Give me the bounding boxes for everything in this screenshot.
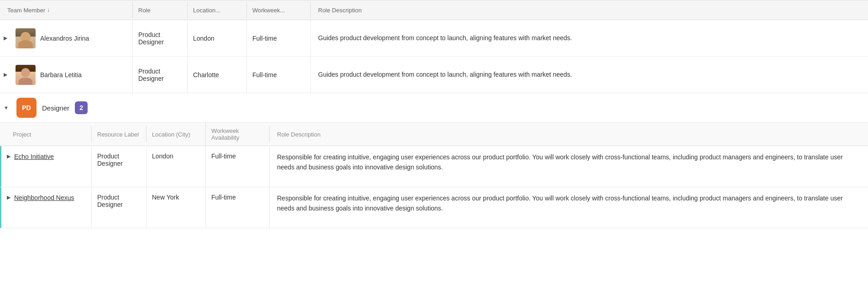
role-cell: Product Designer [132, 57, 187, 93]
workweek-cell: Full-time [246, 20, 310, 56]
sub-location-cell: London [146, 146, 205, 187]
sub-resource-value: Product Designer [97, 194, 141, 208]
member-name: Alexandros Jirina [40, 35, 89, 42]
sub-resource-cell: Product Designer [91, 187, 146, 228]
sub-workweek-cell: Full-time [205, 146, 269, 187]
member-cell: ▶ Barbara Letitia [0, 59, 132, 90]
sub-desc-cell: Responsible for creating intuitive, enga… [269, 146, 868, 187]
header-member-label: Team Member [7, 7, 45, 14]
sub-header-desc-label: Role Description [277, 131, 320, 138]
sub-expand-toggle-icon[interactable]: ▶ [7, 152, 10, 159]
sub-desc-value: Responsible for creating intuitive, enga… [277, 152, 861, 172]
header-workweek-label: Workweek... [252, 7, 285, 14]
sub-resource-value: Product Designer [97, 152, 141, 167]
desc-cell: Guides product development from concept … [310, 57, 868, 93]
header-location: Location... [187, 2, 246, 18]
header-member[interactable]: Team Member ↓ [0, 2, 132, 18]
project-link[interactable]: Echo Initiative [14, 152, 54, 162]
location-cell: Charlotte [187, 57, 246, 93]
member-name: Barbara Letitia [40, 71, 82, 79]
sub-table-row: ▶ Neighborhood Nexus Product Designer Ne… [0, 187, 868, 228]
sub-project-cell: ▶ Echo Initiative [1, 146, 91, 187]
location-value: London [193, 35, 214, 42]
sub-workweek-value: Full-time [211, 152, 236, 160]
table-header: Team Member ↓ Role Location... Workweek.… [0, 0, 868, 20]
header-desc: Role Description [310, 2, 868, 18]
role-cell: Product Designer [132, 20, 187, 56]
role-value: Product Designer [138, 68, 182, 82]
desc-value: Guides product development from concept … [318, 33, 572, 43]
header-location-label: Location... [193, 7, 220, 14]
sub-header-project: Project [0, 126, 91, 142]
expand-toggle-icon[interactable]: ▶ [4, 35, 11, 41]
sub-desc-value: Responsible for creating intuitive, enga… [277, 194, 861, 213]
group-label: Designer [42, 104, 69, 112]
group-icon-text: PD [22, 104, 31, 111]
location-value: Charlotte [193, 71, 219, 79]
sub-expand-toggle-icon[interactable]: ▶ [7, 194, 10, 200]
sort-arrow-icon: ↓ [47, 7, 50, 13]
header-role-label: Role [138, 7, 151, 14]
sub-header-workweek-label: Workweek Availability [211, 127, 239, 141]
sub-header-desc: Role Description [269, 126, 868, 142]
location-cell: London [187, 20, 246, 56]
expand-toggle-icon[interactable]: ▶ [4, 72, 11, 78]
header-role: Role [132, 2, 187, 18]
workweek-value: Full-time [252, 35, 277, 42]
workweek-cell: Full-time [246, 57, 310, 93]
sub-header-resource: Resource Label [91, 126, 146, 142]
sub-location-value: London [152, 152, 173, 160]
sub-workweek-cell: Full-time [205, 187, 269, 228]
avatar [16, 65, 36, 85]
workweek-value: Full-time [252, 71, 277, 79]
sub-table-row: ▶ Echo Initiative Product Designer Londo… [0, 146, 868, 187]
sub-project-cell: ▶ Neighborhood Nexus [1, 187, 91, 228]
sub-header-location-label: Location (City) [152, 131, 190, 138]
sub-location-value: New York [152, 194, 179, 201]
sub-header-resource-label: Resource Label [97, 131, 139, 138]
table-row: ▶ Alexandros Jirina Product Designer Lon… [0, 20, 868, 57]
group-badge: 2 [75, 101, 88, 114]
group-header-row: ▼ PD Designer 2 [0, 93, 868, 123]
sub-location-cell: New York [146, 187, 205, 228]
sub-workweek-value: Full-time [211, 194, 236, 201]
avatar [16, 28, 36, 48]
sub-header-location: Location (City) [146, 126, 205, 142]
header-desc-label: Role Description [318, 7, 361, 14]
header-workweek: Workweek... [246, 2, 310, 18]
sub-desc-cell: Responsible for creating intuitive, enga… [269, 187, 868, 228]
desc-value: Guides product development from concept … [318, 70, 572, 79]
sub-header-project-label: Project [13, 131, 31, 138]
sub-header-workweek: Workweek Availability [205, 123, 269, 146]
member-cell: ▶ Alexandros Jirina [0, 23, 132, 54]
group-expand-toggle-icon[interactable]: ▼ [4, 105, 11, 110]
role-value: Product Designer [138, 31, 182, 46]
sub-table-header: Project Resource Label Location (City) W… [0, 123, 868, 146]
sub-resource-cell: Product Designer [91, 146, 146, 187]
group-badge-count: 2 [79, 104, 83, 111]
project-link[interactable]: Neighborhood Nexus [14, 194, 74, 203]
table-row: ▶ Barbara Letitia Product Designer Charl… [0, 57, 868, 93]
group-icon: PD [16, 98, 37, 118]
desc-cell: Guides product development from concept … [310, 20, 868, 56]
